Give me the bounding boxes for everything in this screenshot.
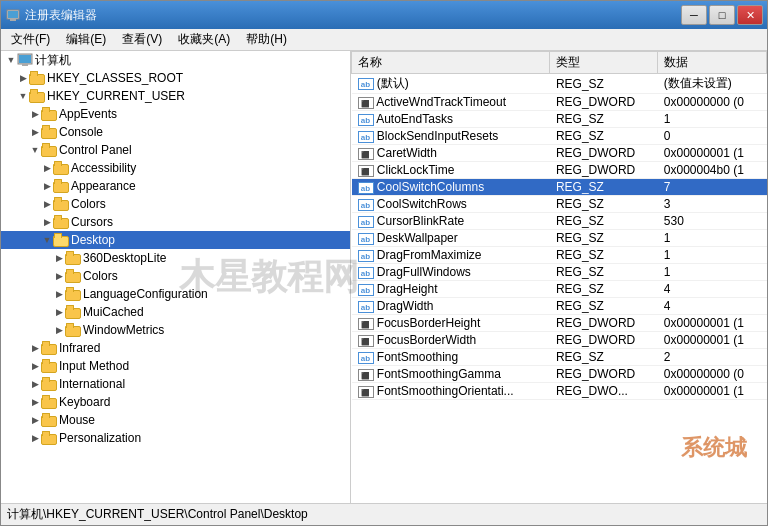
- tree-item-hkcr[interactable]: ▶ HKEY_CLASSES_ROOT: [1, 69, 350, 87]
- window-controls: ─ □ ✕: [681, 5, 763, 25]
- table-row[interactable]: ab DragWidth REG_SZ 4: [352, 298, 767, 315]
- registry-table[interactable]: 名称 类型 数据 ab (默认) REG_SZ (数值未设置) ⬛ Active…: [351, 51, 767, 503]
- expand-hkcu[interactable]: ▼: [17, 90, 29, 102]
- table-row[interactable]: ab CoolSwitchColumns REG_SZ 7: [352, 179, 767, 196]
- colors-label: Colors: [71, 197, 106, 211]
- table-row[interactable]: ab DragFromMaximize REG_SZ 1: [352, 247, 767, 264]
- expand-desktop-colors[interactable]: ▶: [53, 270, 65, 282]
- col-name[interactable]: 名称: [352, 52, 550, 74]
- col-type[interactable]: 类型: [550, 52, 658, 74]
- menu-view[interactable]: 查看(V): [114, 29, 170, 50]
- tree-item-desktop-colors[interactable]: ▶ Colors: [1, 267, 350, 285]
- table-row[interactable]: ⬛ FocusBorderWidth REG_DWORD 0x00000001 …: [352, 332, 767, 349]
- cell-type: REG_SZ: [550, 196, 658, 213]
- tree-item-accessibility[interactable]: ▶ Accessibility: [1, 159, 350, 177]
- expand-inputmethod[interactable]: ▶: [29, 360, 41, 372]
- cell-data: 0x00000001 (1: [658, 315, 767, 332]
- expand-appevents[interactable]: ▶: [29, 108, 41, 120]
- controlpanel-label: Control Panel: [59, 143, 132, 157]
- cell-name: ab CoolSwitchRows: [352, 196, 550, 213]
- table-row[interactable]: ab (默认) REG_SZ (数值未设置): [352, 74, 767, 94]
- cell-name: ⬛ FontSmoothingGamma: [352, 366, 550, 383]
- maximize-button[interactable]: □: [709, 5, 735, 25]
- table-row[interactable]: ⬛ FontSmoothingGamma REG_DWORD 0x0000000…: [352, 366, 767, 383]
- status-bar: 计算机\HKEY_CURRENT_USER\Control Panel\Desk…: [1, 503, 767, 525]
- table-row[interactable]: ⬛ FontSmoothingOrientati... REG_DWO... 0…: [352, 383, 767, 400]
- appevents-icon: [41, 107, 57, 121]
- svg-rect-4: [19, 55, 31, 63]
- expand-computer[interactable]: ▼: [5, 54, 17, 66]
- tree-item-windowmetrics[interactable]: ▶ WindowMetrics: [1, 321, 350, 339]
- expand-languageconfiguration[interactable]: ▶: [53, 288, 65, 300]
- table-row[interactable]: ab CoolSwitchRows REG_SZ 3: [352, 196, 767, 213]
- expand-appearance[interactable]: ▶: [41, 180, 53, 192]
- table-row[interactable]: ab DeskWallpaper REG_SZ 1: [352, 230, 767, 247]
- tree-item-appevents[interactable]: ▶ AppEvents: [1, 105, 350, 123]
- expand-console[interactable]: ▶: [29, 126, 41, 138]
- tree-item-keyboard[interactable]: ▶ Keyboard: [1, 393, 350, 411]
- cell-type: REG_DWORD: [550, 366, 658, 383]
- table-row[interactable]: ab DragFullWindows REG_SZ 1: [352, 264, 767, 281]
- table-row[interactable]: ⬛ ActiveWndTrackTimeout REG_DWORD 0x0000…: [352, 94, 767, 111]
- ab-icon: ab: [358, 131, 374, 143]
- close-button[interactable]: ✕: [737, 5, 763, 25]
- cell-name: ab (默认): [352, 74, 550, 94]
- table-row[interactable]: ⬛ ClickLockTime REG_DWORD 0x000004b0 (1: [352, 162, 767, 179]
- expand-hkcr[interactable]: ▶: [17, 72, 29, 84]
- tree-panel[interactable]: ▼ 计算机 ▶ HKEY_CLASSES_ROOT: [1, 51, 351, 503]
- expand-accessibility[interactable]: ▶: [41, 162, 53, 174]
- tree-item-languageconfiguration[interactable]: ▶ LanguageConfiguration: [1, 285, 350, 303]
- personalization-label: Personalization: [59, 431, 141, 445]
- tree-item-computer[interactable]: ▼ 计算机: [1, 51, 350, 69]
- table-row[interactable]: ab AutoEndTasks REG_SZ 1: [352, 111, 767, 128]
- tree-item-inputmethod[interactable]: ▶ Input Method: [1, 357, 350, 375]
- expand-infrared[interactable]: ▶: [29, 342, 41, 354]
- ab-icon: ab: [358, 284, 374, 296]
- col-data[interactable]: 数据: [658, 52, 767, 74]
- tree-item-controlpanel[interactable]: ▼ Control Panel: [1, 141, 350, 159]
- menu-help[interactable]: 帮助(H): [238, 29, 295, 50]
- svg-rect-1: [8, 11, 18, 18]
- minimize-button[interactable]: ─: [681, 5, 707, 25]
- table-row[interactable]: ab DragHeight REG_SZ 4: [352, 281, 767, 298]
- table-row[interactable]: ab CursorBlinkRate REG_SZ 530: [352, 213, 767, 230]
- cell-type: REG_SZ: [550, 213, 658, 230]
- svg-rect-5: [22, 64, 28, 66]
- tree-item-cursors[interactable]: ▶ Cursors: [1, 213, 350, 231]
- menu-edit[interactable]: 编辑(E): [58, 29, 114, 50]
- tree-item-appearance[interactable]: ▶ Appearance: [1, 177, 350, 195]
- tree-item-desktop[interactable]: ▼ Desktop: [1, 231, 350, 249]
- tree-item-international[interactable]: ▶ International: [1, 375, 350, 393]
- tree-item-console[interactable]: ▶ Console: [1, 123, 350, 141]
- table-row[interactable]: ⬛ FocusBorderHeight REG_DWORD 0x00000001…: [352, 315, 767, 332]
- tree-item-infrared[interactable]: ▶ Infrared: [1, 339, 350, 357]
- registry-editor-window: 注册表编辑器 ─ □ ✕ 文件(F) 编辑(E) 查看(V) 收藏夹(A) 帮助…: [0, 0, 768, 526]
- table-row[interactable]: ⬛ CaretWidth REG_DWORD 0x00000001 (1: [352, 145, 767, 162]
- expand-mouse[interactable]: ▶: [29, 414, 41, 426]
- tree-item-colors[interactable]: ▶ Colors: [1, 195, 350, 213]
- expand-international[interactable]: ▶: [29, 378, 41, 390]
- table-row[interactable]: ab BlockSendInputResets REG_SZ 0: [352, 128, 767, 145]
- tree-item-muicached[interactable]: ▶ MuiCached: [1, 303, 350, 321]
- expand-controlpanel[interactable]: ▼: [29, 144, 41, 156]
- expand-colors[interactable]: ▶: [41, 198, 53, 210]
- expand-windowmetrics[interactable]: ▶: [53, 324, 65, 336]
- hkcr-icon: [29, 71, 45, 85]
- menu-favorites[interactable]: 收藏夹(A): [170, 29, 238, 50]
- table-row[interactable]: ab FontSmoothing REG_SZ 2: [352, 349, 767, 366]
- tree-item-hkcu[interactable]: ▼ HKEY_CURRENT_USER: [1, 87, 350, 105]
- expand-muicached[interactable]: ▶: [53, 306, 65, 318]
- expand-keyboard[interactable]: ▶: [29, 396, 41, 408]
- expand-360desktoplite[interactable]: ▶: [53, 252, 65, 264]
- tree-item-360desktoplite[interactable]: ▶ 360DesktopLite: [1, 249, 350, 267]
- expand-cursors[interactable]: ▶: [41, 216, 53, 228]
- tree-item-personalization[interactable]: ▶ Personalization: [1, 429, 350, 447]
- tree-item-mouse[interactable]: ▶ Mouse: [1, 411, 350, 429]
- expand-desktop[interactable]: ▼: [41, 234, 53, 246]
- cell-name: ⬛ FocusBorderHeight: [352, 315, 550, 332]
- accessibility-icon: [53, 161, 69, 175]
- expand-personalization[interactable]: ▶: [29, 432, 41, 444]
- windowmetrics-label: WindowMetrics: [83, 323, 164, 337]
- window-title: 注册表编辑器: [25, 7, 681, 24]
- menu-file[interactable]: 文件(F): [3, 29, 58, 50]
